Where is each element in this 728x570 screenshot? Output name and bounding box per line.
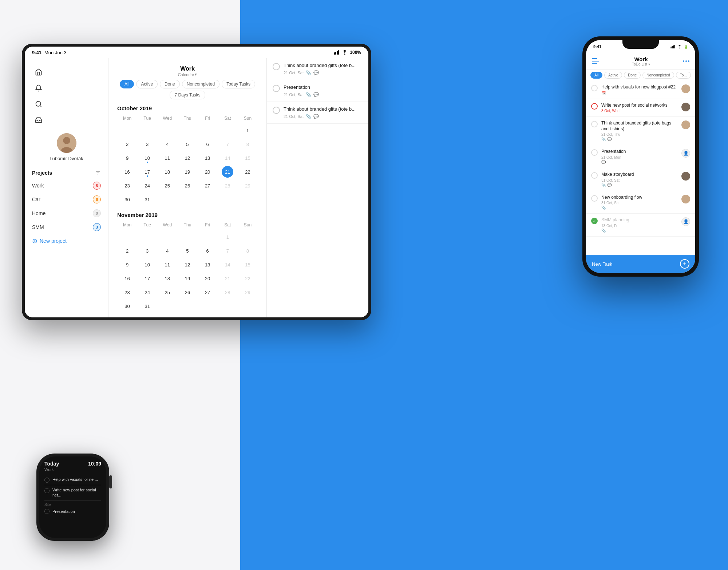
phone-more-icon[interactable]	[683, 60, 689, 62]
filter-done[interactable]: Done	[160, 80, 180, 88]
tablet-sidebar: Lubomír Dvořák Projects Work 8 Car 6	[25, 58, 108, 317]
oct-19[interactable]: 19	[182, 166, 193, 178]
phone-task-icons-4: 💬	[601, 160, 678, 164]
phone-filter-active[interactable]: Active	[604, 72, 622, 79]
task-comment-icon-3: 💬	[313, 114, 319, 119]
phone-task-4[interactable]: Presentation 21 Oct, Mon 💬 👤	[586, 145, 695, 168]
phone-task-6[interactable]: New onboarding flow 31 Oct, Sat 📎	[586, 191, 695, 214]
tablet-time: 9:41	[32, 50, 41, 55]
sidebar-item-smm[interactable]: SMM 3	[25, 220, 108, 234]
phone-header-left	[592, 58, 599, 64]
phone-task-2[interactable]: Write new post for social networks 8 Oct…	[586, 99, 695, 117]
oct-10[interactable]: 10	[142, 152, 153, 164]
phone-circle-2[interactable]	[591, 103, 598, 110]
oct-5[interactable]: 5	[182, 138, 193, 150]
svg-point-7	[63, 137, 70, 144]
phone-filter-todo[interactable]: To...	[676, 72, 691, 79]
oct-2[interactable]: 2	[122, 138, 133, 150]
watch-site-label: Site	[44, 503, 101, 507]
oct-4[interactable]: 4	[162, 138, 173, 150]
oct-24[interactable]: 24	[142, 180, 153, 191]
sidebar-item-work[interactable]: Work 8	[25, 179, 108, 193]
filter-today-tasks[interactable]: Today Tasks	[222, 80, 255, 88]
phone-title: Work	[632, 56, 650, 62]
oct-26[interactable]: 26	[182, 180, 193, 191]
oct-6[interactable]: 6	[202, 138, 213, 150]
phone-menu-icon[interactable]	[592, 58, 599, 64]
watch-task-1[interactable]: Help with visuals for ne....	[44, 475, 101, 485]
task-item-2[interactable]: Presentation 21 Oct, Sat 📎 💬	[267, 80, 368, 102]
sidebar-item-car[interactable]: Car 6	[25, 193, 108, 206]
oct-3[interactable]: 3	[142, 138, 153, 150]
oct-13[interactable]: 13	[202, 152, 213, 164]
filter-noncompleted[interactable]: Noncompleted	[182, 80, 219, 88]
phone-task-list[interactable]: Help with visuals for new blogpost #22 📅…	[586, 81, 695, 255]
phone-filter-noncompleted[interactable]: Noncompleted	[642, 72, 674, 79]
oct-25[interactable]: 25	[162, 180, 173, 191]
oct-29[interactable]: 29	[242, 180, 253, 191]
oct-empty3	[162, 124, 173, 136]
oct-9[interactable]: 9	[122, 152, 133, 164]
oct-31[interactable]: 31	[142, 194, 153, 205]
phone-task-title-2: Write new post for social networks	[601, 103, 678, 108]
sidebar-item-home[interactable]: Home 0	[25, 206, 108, 220]
phone-task-3[interactable]: Think about branded gifts (tote bags and…	[586, 117, 695, 145]
oct-22[interactable]: 22	[242, 166, 253, 178]
phone-filter-done[interactable]: Done	[624, 72, 641, 79]
sidebar-search-icon[interactable]	[32, 98, 45, 111]
sidebar-inbox-icon[interactable]	[32, 114, 45, 127]
new-project-button[interactable]: ⊕ New project	[25, 234, 108, 248]
phone-filter-all[interactable]: All	[590, 72, 602, 79]
tablet-date: Mon Jun 3	[44, 50, 67, 55]
phone-notch-bar: 9:41 🔋	[586, 40, 695, 53]
oct-15[interactable]: 15	[242, 152, 253, 164]
nov-row-1: 1	[117, 230, 258, 244]
oct-27[interactable]: 27	[202, 180, 213, 191]
watch-circle-1[interactable]	[44, 478, 50, 483]
filter-all[interactable]: All	[120, 80, 134, 88]
oct-23[interactable]: 23	[122, 180, 133, 191]
phone-task-content-7: SMM planning 13 Oct, Fri 📎	[601, 217, 678, 233]
sidebar-bell-icon[interactable]	[32, 82, 45, 95]
oct-17[interactable]: 17	[142, 166, 153, 178]
oct-14[interactable]: 14	[222, 152, 233, 164]
task-circle-3[interactable]	[273, 107, 280, 114]
sort-icon[interactable]	[95, 170, 101, 176]
oct-1[interactable]: 1	[242, 124, 253, 136]
oct-28[interactable]: 28	[222, 180, 233, 191]
oct-8[interactable]: 8	[242, 138, 253, 150]
oct-12[interactable]: 12	[182, 152, 193, 164]
oct-7[interactable]: 7	[222, 138, 233, 150]
filter-active[interactable]: Active	[136, 80, 158, 88]
phone-circle-1[interactable]	[591, 85, 598, 91]
oct-20[interactable]: 20	[202, 166, 213, 178]
phone-task-1[interactable]: Help with visuals for new blogpost #22 📅	[586, 81, 695, 99]
oct-21-today[interactable]: 21	[222, 166, 233, 178]
phone-new-task-bar[interactable]: New Task +	[586, 255, 695, 273]
watch-partial-task[interactable]: Presentation	[44, 507, 101, 515]
task-circle-2[interactable]	[273, 85, 280, 92]
task-circle-1[interactable]	[273, 63, 280, 70]
phone-circle-7[interactable]: ✓	[591, 218, 598, 224]
oct-16[interactable]: 16	[122, 166, 133, 178]
tablet-calendar-area[interactable]: Work Calendar ▾ All Active Done Noncompl…	[108, 58, 266, 317]
task-item-1[interactable]: Think about branded gifts (tote b... 21 …	[267, 58, 368, 80]
phone-task-7[interactable]: ✓ SMM planning 13 Oct, Fri 📎 👤	[586, 214, 695, 237]
watch-task-2[interactable]: Write new post for social net...	[44, 485, 101, 500]
phone-circle-5[interactable]	[591, 172, 598, 179]
task-content-2: Presentation 21 Oct, Sat 📎 💬	[284, 84, 363, 97]
oct-11[interactable]: 11	[162, 152, 173, 164]
oct-30[interactable]: 30	[122, 194, 133, 205]
phone-circle-6[interactable]	[591, 195, 598, 202]
phone-circle-4[interactable]	[591, 149, 598, 156]
task-title-3: Think about branded gifts (tote b...	[284, 106, 363, 112]
phone-circle-3[interactable]	[591, 121, 598, 127]
watch-partial-circle[interactable]	[44, 509, 50, 514]
sidebar-home-icon[interactable]	[32, 66, 45, 79]
task-item-3[interactable]: Think about branded gifts (tote b... 21 …	[267, 102, 368, 124]
watch-circle-2[interactable]	[44, 488, 50, 493]
filter-7days[interactable]: 7 Days Tasks	[170, 91, 205, 99]
phone-task-5[interactable]: Make storyboard 31 Oct, Sat 📎 💬	[586, 168, 695, 191]
oct-18[interactable]: 18	[162, 166, 173, 178]
phone-add-task-btn[interactable]: +	[680, 259, 689, 269]
